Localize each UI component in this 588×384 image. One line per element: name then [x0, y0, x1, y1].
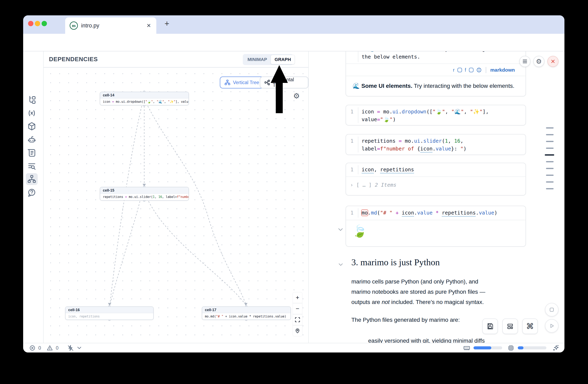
shutdown-button[interactable]: ✕: [547, 56, 559, 67]
new-tab-button[interactable]: +: [165, 19, 169, 28]
browser-tab[interactable]: m intro.py ✕: [65, 18, 156, 34]
cell-code[interactable]: ""🌊 Some UI elements.** Try interacting …: [362, 51, 522, 61]
minimap-cell-marker[interactable]: [546, 174, 554, 176]
cell-code[interactable]: icon, repetitions: [362, 166, 522, 173]
fit-view-button[interactable]: [293, 314, 302, 325]
toggle-f-checkbox[interactable]: [469, 68, 473, 72]
cell-dropdown-code[interactable]: 1 icon = mo.ui.dropdown(["🍃", "🌊", "✨"],…: [346, 105, 526, 125]
cell-slider-code[interactable]: 1 repetitions = mo.ui.slider(1, 16, labe…: [346, 134, 526, 155]
node-title: cell-15: [100, 187, 189, 194]
minimap-cell-marker[interactable]: [546, 161, 554, 162]
status-bar: 0 0: [23, 343, 565, 352]
play-icon: [549, 323, 555, 329]
zoom-out-button[interactable]: −: [293, 303, 302, 314]
traffic-close-button[interactable]: [28, 21, 33, 26]
sidebar-item-snippets[interactable]: [26, 160, 38, 172]
cell-code[interactable]: icon = mo.ui.dropdown(["🍃", "🌊", "✨"], v…: [362, 108, 522, 123]
stop-button[interactable]: [545, 303, 559, 316]
gutter-divider: [358, 107, 358, 123]
sidebar-item-file-explorer[interactable]: [26, 94, 38, 106]
traffic-zoom-button[interactable]: [42, 21, 47, 26]
chevron-down-icon[interactable]: [77, 345, 82, 351]
toggle-r-checkbox[interactable]: [458, 68, 462, 72]
gutter-divider: [358, 136, 358, 153]
minimap-cell-marker[interactable]: [546, 134, 554, 135]
graph-node-cell-15[interactable]: cell-15 repetitions = mo.ui.slider(1, 16…: [100, 187, 189, 201]
minimap-cell-marker[interactable]: [546, 127, 554, 129]
scroll-icon: [27, 148, 36, 157]
run-button[interactable]: [545, 319, 559, 333]
layout-button[interactable]: [502, 319, 518, 334]
node-title: cell-17: [202, 307, 291, 313]
hamburger-icon: [522, 59, 527, 64]
sidebar-item-packages[interactable]: [26, 120, 38, 132]
minimap-cell-marker[interactable]: [546, 141, 554, 142]
cell-tuple[interactable]: 1 icon, repetitions › [ … ] 2 Items: [346, 163, 526, 195]
minimap-cell-marker[interactable]: [546, 168, 554, 169]
package-cube-icon: [27, 122, 36, 131]
tuple-output[interactable]: › [ … ] 2 Items: [350, 182, 397, 188]
cell-code[interactable]: repetitions = mo.ui.slider(1, 16, label=…: [362, 137, 522, 153]
toggle-r-label: r: [453, 67, 455, 73]
vertical-tree-icon: [224, 79, 231, 86]
vertical-tree-label: Vertical Tree: [233, 80, 259, 85]
locate-pin-icon: [294, 328, 300, 334]
markdown-language-label[interactable]: markdown: [490, 67, 515, 73]
stop-icon: [549, 307, 555, 313]
tab-minimap[interactable]: MINIMAP: [244, 55, 271, 64]
notebook-menu-button[interactable]: [519, 56, 530, 67]
cell-md-output[interactable]: 1 mo.md("# " + icon.value * repetitions.…: [346, 206, 526, 247]
toggle-f-label: f: [465, 67, 466, 73]
zoom-in-button[interactable]: +: [293, 292, 302, 303]
sidebar-item-logs[interactable]: [26, 147, 38, 159]
warnings-icon[interactable]: [47, 345, 53, 351]
ram-usage-bar: [473, 346, 502, 349]
sidebar-item-help[interactable]: [26, 187, 38, 199]
dependency-graph-canvas[interactable]: Vertical Tree Horizontal Tree ⚙ cell-14 …: [44, 68, 308, 343]
command-palette-button[interactable]: ⌘: [522, 319, 538, 334]
info-icon[interactable]: [476, 67, 482, 73]
ai-sparkle-icon[interactable]: [552, 344, 560, 352]
graph-node-cell-17[interactable]: cell-17 mo.md("# " + icon.value * repeti…: [202, 307, 291, 320]
cpu-icon: [507, 345, 514, 351]
graph-zoom-controls: + −: [293, 292, 302, 336]
section-paragraph-2: The Python files generated by marimo are…: [351, 317, 460, 323]
variables-icon: [27, 109, 36, 118]
minimap-cell-marker[interactable]: [546, 181, 554, 183]
autorun-disabled-icon[interactable]: [67, 345, 74, 351]
section-chevron-icon[interactable]: [338, 263, 344, 267]
graph-settings-icon[interactable]: ⚙: [293, 92, 300, 100]
emoji-output: 🍃: [352, 224, 367, 238]
sidebar-item-variables[interactable]: [26, 107, 38, 119]
traffic-minimize-button[interactable]: [35, 21, 40, 26]
vertical-tree-button[interactable]: Vertical Tree: [220, 77, 264, 88]
errors-icon[interactable]: [29, 345, 35, 351]
node-code: icon = mo.ui.dropdown(["🍃", "🌊", "✨"], v…: [100, 98, 189, 105]
locate-button[interactable]: [293, 325, 302, 336]
graph-node-cell-16[interactable]: cell-16 icon, repetitions: [65, 307, 154, 320]
node-code: repetitions = mo.ui.slider(1, 16, label=…: [100, 194, 189, 200]
tab-close-icon[interactable]: ✕: [147, 22, 151, 29]
cell-code[interactable]: mo.md("# " + icon.value * repetitions.va…: [362, 209, 522, 217]
cpu-usage-bar: [518, 346, 546, 349]
node-title: cell-16: [65, 307, 153, 313]
cell-markdown-source[interactable]: 1 ""🌊 Some UI elements.** Try interactin…: [346, 51, 526, 96]
sidebar-item-ai-assistant[interactable]: [26, 134, 38, 146]
notebook-settings-button[interactable]: ⚙: [533, 56, 544, 67]
minimap-cell-marker-active[interactable]: [545, 154, 554, 155]
minimap-cell-marker[interactable]: [546, 148, 554, 149]
file-tree-icon: [27, 95, 36, 104]
cell-divider: [346, 220, 525, 220]
panel-title: DEPENDENCIES: [49, 56, 98, 63]
markdown-output: 🌊 Some UI elements. Try interacting with…: [353, 82, 514, 89]
dependencies-header: DEPENDENCIES MINIMAP GRAPH ✕: [44, 51, 308, 68]
collapse-chevron-icon[interactable]: [337, 227, 344, 232]
tab-strip: m intro.py ✕ +: [23, 15, 565, 34]
save-button[interactable]: [482, 319, 498, 334]
gutter-divider: [358, 165, 358, 174]
line-number: 1: [346, 51, 358, 53]
gutter-divider: [358, 208, 358, 218]
minimap-cell-marker[interactable]: [546, 188, 554, 189]
sidebar-item-dependencies[interactable]: [26, 173, 38, 185]
graph-node-cell-14[interactable]: cell-14 icon = mo.ui.dropdown(["🍃", "🌊",…: [100, 92, 189, 105]
